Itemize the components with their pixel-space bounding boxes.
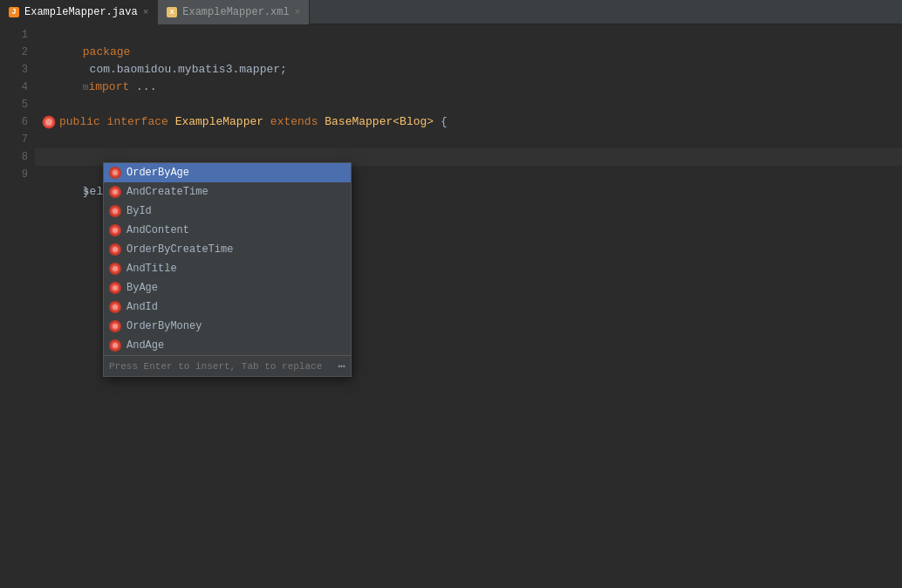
code-line-3: ⊞import ... [35,61,902,79]
autocomplete-item-5[interactable]: OrderByCreateTime [104,240,351,259]
class-gutter-icon [42,115,56,129]
autocomplete-footer: Press Enter to insert, Tab to replace ⋯ [104,355,351,376]
line-num-7: 7 [0,131,28,148]
code-line-7 [35,131,902,148]
ac-label-2: AndCreateTime [126,186,208,198]
ac-icon-6 [109,263,121,275]
ac-icon-5 [109,243,121,256]
tab-bar: J ExampleMapper.java × X ExampleMapper.x… [0,0,902,24]
line-num-4: 4 [0,79,28,96]
ac-label-4: AndContent [126,224,189,236]
autocomplete-item-8[interactable]: AndId [104,297,351,317]
code-line-2 [35,44,902,61]
autocomplete-item-1[interactable]: OrderByAge [104,163,351,182]
line-num-3: 3 [0,61,28,79]
base-mapper-type: BaseMapper<Blog> [325,113,434,131]
line-num-5: 5 [0,96,28,113]
ac-label-7: ByAge [126,282,158,294]
ac-icon-1 [109,167,121,179]
autocomplete-item-2[interactable]: AndCreateTime [104,182,351,202]
autocomplete-item-10[interactable]: AndAge [104,336,351,355]
ac-icon-9 [109,320,121,332]
autocomplete-dropdown[interactable]: OrderByAge AndCreateTime ById AndContent… [103,162,352,377]
tab-java[interactable]: J ExampleMapper.java × [0,0,158,24]
tab-java-label: ExampleMapper.java [24,6,138,18]
autocomplete-item-3[interactable]: ById [104,202,351,221]
line-num-1: 1 [0,26,28,44]
ac-icon-4 [109,224,121,236]
ac-icon-3 [109,205,121,217]
autocomplete-item-6[interactable]: AndTitle [104,259,351,278]
tab-java-close[interactable]: × [143,7,149,17]
autocomplete-item-4[interactable]: AndContent [104,221,351,240]
tab-xml[interactable]: X ExampleMapper.xml × [158,0,310,24]
close-brace: } [83,185,90,198]
code-line-5 [35,96,902,113]
kw-interface: interface [107,113,175,131]
ac-label-1: OrderByAge [126,167,189,179]
autocomplete-list: OrderByAge AndCreateTime ById AndContent… [104,163,351,355]
ac-icon-8 [109,301,121,313]
kw-public: public [59,113,107,131]
autocomplete-hint: Press Enter to insert, Tab to replace [109,361,322,372]
code-line-1: package com.baomidou.mybatis3.mapper; [35,26,902,44]
ac-icon-2 [109,186,121,198]
line-num-2: 2 [0,44,28,61]
ac-label-10: AndAge [126,339,164,352]
ac-label-8: AndId [126,301,158,313]
autocomplete-more-button[interactable]: ⋯ [338,359,345,373]
code-line-6: public interface ExampleMapper extends B… [35,113,902,131]
kw-extends: extends [270,113,325,131]
ac-icon-7 [109,282,121,294]
line-num-9: 9 [0,166,28,183]
tab-xml-label: ExampleMapper.xml [182,6,289,18]
code-line-4 [35,79,902,96]
ac-label-6: AndTitle [126,263,177,275]
autocomplete-item-9[interactable]: OrderByMoney [104,317,351,336]
line-num-6: 6 [0,113,28,131]
open-brace: { [434,113,448,131]
svg-point-1 [45,119,52,126]
ac-label-3: ById [126,205,152,217]
xml-file-icon: X [167,7,177,17]
tab-xml-close[interactable]: × [295,7,301,17]
ac-label-9: OrderByMoney [126,320,202,332]
line-num-8: 8 [0,148,28,166]
class-name: ExampleMapper [175,113,270,131]
editor-area: 1 2 3 4 5 6 7 8 9 package com.baomidou.m… [0,24,902,588]
line-gutter: 1 2 3 4 5 6 7 8 9 [0,24,35,588]
ac-icon-10 [109,339,121,352]
autocomplete-item-7[interactable]: ByAge [104,278,351,297]
ac-label-5: OrderByCreateTime [126,243,233,256]
java-file-icon: J [9,7,19,17]
